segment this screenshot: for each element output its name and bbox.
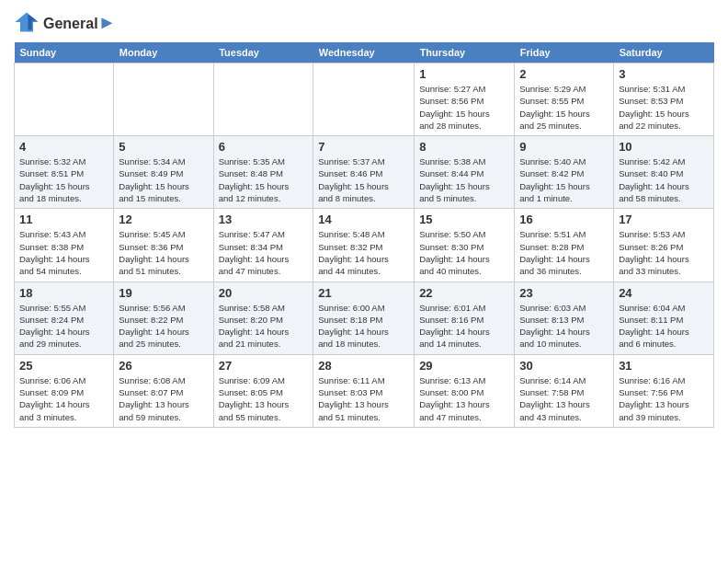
calendar-cell: 8Sunrise: 5:38 AM Sunset: 8:44 PM Daylig…	[415, 136, 515, 209]
day-number: 6	[219, 140, 309, 154]
day-number: 30	[519, 359, 609, 373]
day-info: Sunrise: 5:51 AM Sunset: 8:28 PM Dayligh…	[519, 228, 609, 277]
calendar-cell: 7Sunrise: 5:37 AM Sunset: 8:46 PM Daylig…	[313, 136, 415, 209]
day-info: Sunrise: 6:09 AM Sunset: 8:05 PM Dayligh…	[219, 374, 309, 423]
day-info: Sunrise: 5:55 AM Sunset: 8:24 PM Dayligh…	[19, 302, 108, 350]
day-number: 14	[318, 213, 409, 226]
day-info: Sunrise: 5:38 AM Sunset: 8:44 PM Dayligh…	[419, 155, 509, 204]
day-number: 1	[419, 67, 509, 81]
day-info: Sunrise: 5:31 AM Sunset: 8:53 PM Dayligh…	[619, 83, 709, 132]
calendar-cell: 19Sunrise: 5:56 AM Sunset: 8:22 PM Dayli…	[114, 282, 213, 354]
day-info: Sunrise: 6:08 AM Sunset: 8:07 PM Dayligh…	[119, 374, 208, 423]
col-header-sunday: Sunday	[15, 42, 114, 63]
calendar-cell: 21Sunrise: 6:00 AM Sunset: 8:18 PM Dayli…	[313, 282, 415, 354]
day-number: 13	[219, 213, 309, 226]
calendar-cell: 13Sunrise: 5:47 AM Sunset: 8:34 PM Dayli…	[213, 209, 313, 282]
day-number: 21	[318, 286, 409, 300]
week-row-3: 11Sunrise: 5:43 AM Sunset: 8:38 PM Dayli…	[15, 209, 714, 282]
day-number: 4	[19, 140, 108, 154]
day-info: Sunrise: 5:43 AM Sunset: 8:38 PM Dayligh…	[19, 228, 108, 277]
day-number: 10	[619, 140, 709, 154]
calendar-cell: 12Sunrise: 5:45 AM Sunset: 8:36 PM Dayli…	[114, 209, 213, 282]
day-number: 27	[219, 359, 309, 373]
day-info: Sunrise: 5:32 AM Sunset: 8:51 PM Dayligh…	[19, 155, 108, 204]
calendar-cell: 16Sunrise: 5:51 AM Sunset: 8:28 PM Dayli…	[515, 209, 614, 282]
day-info: Sunrise: 5:42 AM Sunset: 8:40 PM Dayligh…	[619, 155, 709, 204]
calendar-cell: 27Sunrise: 6:09 AM Sunset: 8:05 PM Dayli…	[213, 354, 313, 427]
header-row: SundayMondayTuesdayWednesdayThursdayFrid…	[15, 42, 714, 63]
day-info: Sunrise: 5:40 AM Sunset: 8:42 PM Dayligh…	[519, 155, 609, 204]
day-number: 5	[119, 140, 208, 154]
day-info: Sunrise: 6:11 AM Sunset: 8:03 PM Dayligh…	[318, 374, 409, 423]
logo: General►	[14, 9, 116, 35]
day-number: 29	[419, 359, 509, 373]
calendar-cell: 1Sunrise: 5:27 AM Sunset: 8:56 PM Daylig…	[415, 63, 515, 136]
calendar-cell: 14Sunrise: 5:48 AM Sunset: 8:32 PM Dayli…	[313, 209, 415, 282]
calendar-cell: 20Sunrise: 5:58 AM Sunset: 8:20 PM Dayli…	[213, 282, 313, 354]
day-number: 31	[619, 359, 709, 373]
day-number: 15	[419, 213, 509, 226]
day-number: 9	[519, 140, 609, 154]
day-number: 26	[119, 359, 208, 373]
calendar-cell: 6Sunrise: 5:35 AM Sunset: 8:48 PM Daylig…	[213, 136, 313, 209]
calendar-cell: 10Sunrise: 5:42 AM Sunset: 8:40 PM Dayli…	[614, 136, 714, 209]
day-info: Sunrise: 6:01 AM Sunset: 8:16 PM Dayligh…	[419, 302, 509, 350]
calendar-cell: 31Sunrise: 6:16 AM Sunset: 7:56 PM Dayli…	[614, 354, 714, 427]
day-info: Sunrise: 5:45 AM Sunset: 8:36 PM Dayligh…	[119, 228, 208, 277]
col-header-tuesday: Tuesday	[213, 42, 313, 63]
page-container: General► SundayMondayTuesdayWednesdayThu…	[0, 0, 728, 437]
day-number: 19	[119, 286, 208, 300]
calendar-cell: 28Sunrise: 6:11 AM Sunset: 8:03 PM Dayli…	[313, 354, 415, 427]
logo-text: General►	[43, 12, 116, 33]
day-number: 8	[419, 140, 509, 154]
day-number: 12	[119, 213, 208, 226]
day-info: Sunrise: 5:37 AM Sunset: 8:46 PM Dayligh…	[318, 155, 409, 204]
calendar-cell: 5Sunrise: 5:34 AM Sunset: 8:49 PM Daylig…	[114, 136, 213, 209]
day-info: Sunrise: 6:14 AM Sunset: 7:58 PM Dayligh…	[519, 374, 609, 423]
day-number: 3	[619, 67, 709, 81]
day-info: Sunrise: 5:29 AM Sunset: 8:55 PM Dayligh…	[519, 83, 609, 132]
calendar-cell: 9Sunrise: 5:40 AM Sunset: 8:42 PM Daylig…	[515, 136, 614, 209]
calendar-cell: 18Sunrise: 5:55 AM Sunset: 8:24 PM Dayli…	[15, 282, 114, 354]
day-number: 24	[619, 286, 709, 300]
calendar-cell	[114, 63, 213, 136]
header: General►	[14, 9, 714, 35]
calendar-cell	[15, 63, 114, 136]
calendar-cell: 15Sunrise: 5:50 AM Sunset: 8:30 PM Dayli…	[415, 209, 515, 282]
col-header-saturday: Saturday	[614, 42, 714, 63]
day-info: Sunrise: 6:16 AM Sunset: 7:56 PM Dayligh…	[619, 374, 709, 423]
day-number: 25	[19, 359, 108, 373]
logo-icon	[14, 9, 40, 35]
calendar-cell: 17Sunrise: 5:53 AM Sunset: 8:26 PM Dayli…	[614, 209, 714, 282]
day-number: 22	[419, 286, 509, 300]
calendar-cell: 30Sunrise: 6:14 AM Sunset: 7:58 PM Dayli…	[515, 354, 614, 427]
col-header-thursday: Thursday	[415, 42, 515, 63]
week-row-2: 4Sunrise: 5:32 AM Sunset: 8:51 PM Daylig…	[15, 136, 714, 209]
day-number: 2	[519, 67, 609, 81]
day-info: Sunrise: 5:50 AM Sunset: 8:30 PM Dayligh…	[419, 228, 509, 277]
day-info: Sunrise: 6:06 AM Sunset: 8:09 PM Dayligh…	[19, 374, 108, 423]
day-number: 20	[219, 286, 309, 300]
day-number: 16	[519, 213, 609, 226]
day-number: 11	[19, 213, 108, 226]
calendar-cell: 4Sunrise: 5:32 AM Sunset: 8:51 PM Daylig…	[15, 136, 114, 209]
svg-marker-0	[15, 13, 38, 32]
day-number: 28	[318, 359, 409, 373]
calendar-table: SundayMondayTuesdayWednesdayThursdayFrid…	[14, 42, 714, 428]
day-info: Sunrise: 5:53 AM Sunset: 8:26 PM Dayligh…	[619, 228, 709, 277]
day-info: Sunrise: 5:48 AM Sunset: 8:32 PM Dayligh…	[318, 228, 409, 277]
col-header-wednesday: Wednesday	[313, 42, 415, 63]
week-row-5: 25Sunrise: 6:06 AM Sunset: 8:09 PM Dayli…	[15, 354, 714, 427]
day-info: Sunrise: 6:04 AM Sunset: 8:11 PM Dayligh…	[619, 302, 709, 350]
calendar-cell	[313, 63, 415, 136]
day-info: Sunrise: 5:35 AM Sunset: 8:48 PM Dayligh…	[219, 155, 309, 204]
calendar-cell: 24Sunrise: 6:04 AM Sunset: 8:11 PM Dayli…	[614, 282, 714, 354]
day-info: Sunrise: 5:47 AM Sunset: 8:34 PM Dayligh…	[219, 228, 309, 277]
day-info: Sunrise: 6:00 AM Sunset: 8:18 PM Dayligh…	[318, 302, 409, 350]
day-info: Sunrise: 5:27 AM Sunset: 8:56 PM Dayligh…	[419, 83, 509, 132]
calendar-cell: 11Sunrise: 5:43 AM Sunset: 8:38 PM Dayli…	[15, 209, 114, 282]
day-number: 17	[619, 213, 709, 226]
week-row-1: 1Sunrise: 5:27 AM Sunset: 8:56 PM Daylig…	[15, 63, 714, 136]
day-info: Sunrise: 5:58 AM Sunset: 8:20 PM Dayligh…	[219, 302, 309, 350]
calendar-cell: 2Sunrise: 5:29 AM Sunset: 8:55 PM Daylig…	[515, 63, 614, 136]
